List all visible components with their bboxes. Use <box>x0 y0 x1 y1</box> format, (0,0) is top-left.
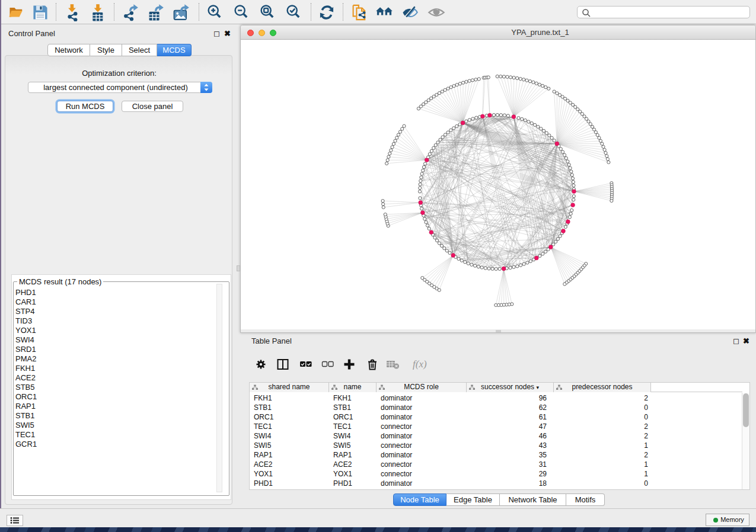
svg-text:f(x): f(x) <box>413 358 427 370</box>
